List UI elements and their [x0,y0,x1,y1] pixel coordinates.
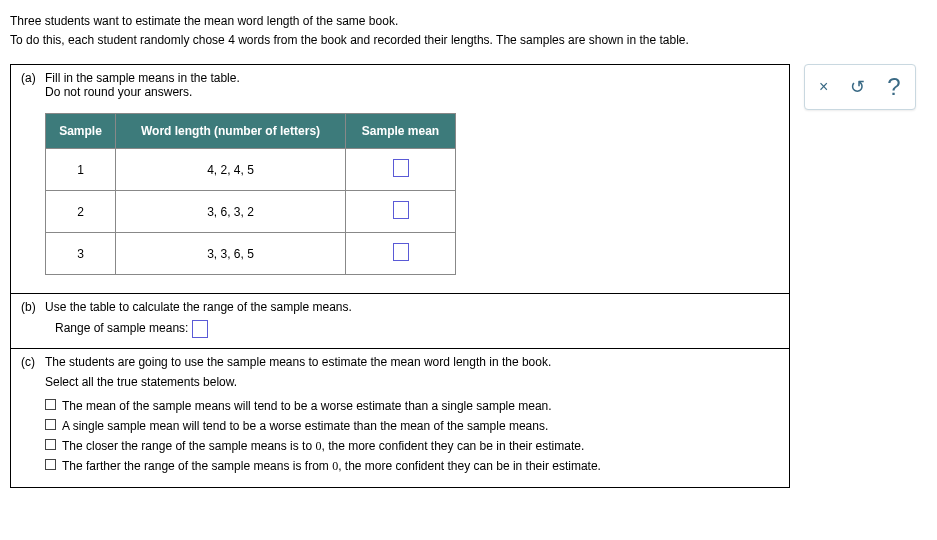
part-b-label: (b) [21,300,45,314]
statement-2: A single sample mean will tend to be a w… [62,417,548,435]
intro-line-1: Three students want to estimate the mean… [10,12,927,31]
action-panel: × ↺ ? [804,64,916,110]
th-mean: Sample mean [346,114,456,149]
cell-sample-1: 1 [46,149,116,191]
cell-sample-2: 2 [46,191,116,233]
part-c-label: (c) [21,355,45,369]
cell-sample-3: 3 [46,233,116,275]
statement-3: The closer the range of the sample means… [62,437,584,455]
checkbox-3[interactable] [45,439,56,450]
cell-lengths-1: 4, 2, 4, 5 [116,149,346,191]
checkbox-2[interactable] [45,419,56,430]
checkbox-1[interactable] [45,399,56,410]
reset-icon[interactable]: ↺ [850,78,865,96]
part-c-text: The students are going to use the sample… [45,355,779,369]
samples-table: Sample Word length (number of letters) S… [45,113,456,275]
range-input[interactable] [192,320,208,338]
part-b-text: Use the table to calculate the range of … [45,300,779,314]
mean-input-1[interactable] [393,159,409,177]
table-row: 1 4, 2, 4, 5 [46,149,456,191]
mean-input-2[interactable] [393,201,409,219]
table-row: 3 3, 3, 6, 5 [46,233,456,275]
part-a-text1: Fill in the sample means in the table. [45,71,779,85]
question-container: (a) Fill in the sample means in the tabl… [10,64,790,488]
intro-line-2: To do this, each student randomly chose … [10,31,927,50]
table-row: 2 3, 6, 3, 2 [46,191,456,233]
cell-lengths-3: 3, 3, 6, 5 [116,233,346,275]
checkbox-4[interactable] [45,459,56,470]
th-lengths: Word length (number of letters) [116,114,346,149]
range-label: Range of sample means: [55,322,188,336]
close-icon[interactable]: × [819,79,828,95]
part-a-text2: Do not round your answers. [45,85,779,99]
help-icon[interactable]: ? [887,75,900,99]
statement-4: The farther the range of the sample mean… [62,457,601,475]
part-c-select: Select all the true statements below. [45,375,779,389]
part-a-label: (a) [21,71,45,99]
mean-input-3[interactable] [393,243,409,261]
th-sample: Sample [46,114,116,149]
cell-lengths-2: 3, 6, 3, 2 [116,191,346,233]
statement-1: The mean of the sample means will tend t… [62,397,552,415]
